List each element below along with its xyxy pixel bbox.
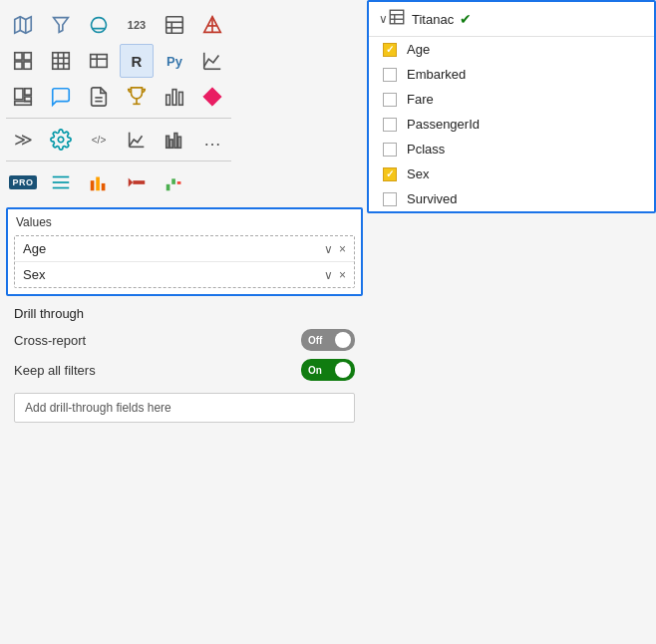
pro-label: PRO (9, 175, 36, 189)
svg-rect-11 (53, 53, 70, 70)
field-checkbox-embarked[interactable] (383, 68, 397, 82)
add-drill-through-fields-button[interactable]: Add drill-through fields here (14, 393, 355, 423)
svg-rect-37 (169, 140, 172, 148)
svg-rect-7 (15, 53, 22, 60)
chat-icon[interactable] (44, 80, 78, 114)
field-item-embarked[interactable]: Embarked (369, 62, 654, 87)
code-icon[interactable]: </> (82, 123, 116, 157)
field-label-sex: Sex (407, 166, 429, 181)
keep-filters-row: Keep all filters On (14, 359, 355, 381)
funnel-icon[interactable] (44, 8, 78, 42)
svg-marker-32 (203, 88, 221, 106)
main-container: 123 R Py (0, 0, 656, 644)
map-icon[interactable] (6, 8, 40, 42)
trophy-icon[interactable] (120, 80, 154, 114)
diamond-icon[interactable] (195, 80, 229, 114)
waterfall-icon[interactable] (158, 165, 191, 199)
field-item-pclass[interactable]: Pclass (369, 137, 654, 161)
lines-chart-icon[interactable] (44, 165, 78, 199)
expand-icon[interactable]: ∨ (379, 12, 388, 26)
age-chevron-icon[interactable]: ∨ (324, 242, 333, 256)
sex-value-label: Sex (23, 267, 45, 282)
field-checkbox-pclass[interactable] (383, 143, 397, 157)
svg-rect-50 (177, 181, 181, 184)
field-checkbox-survived[interactable] (383, 192, 397, 206)
field-item-sex[interactable]: Sex (369, 161, 654, 186)
grouped-bar-icon[interactable] (158, 123, 191, 157)
svg-rect-49 (171, 178, 175, 184)
field-checkbox-age[interactable] (383, 43, 397, 57)
field-checkbox-fare[interactable] (383, 93, 397, 107)
field-item-age[interactable]: Age (369, 37, 654, 62)
more-icon[interactable]: … (195, 123, 229, 157)
table-icon (388, 8, 406, 30)
field-checkbox-passengerid[interactable] (383, 118, 397, 132)
cross-report-toggle-text: Off (308, 335, 322, 346)
cross-report-label: Cross-report (14, 333, 86, 348)
field-label-survived: Survived (407, 191, 458, 206)
field-item-passengerid[interactable]: PassengerId (369, 112, 654, 137)
field-picker-title: Titanac ✔ (388, 8, 472, 30)
age-close-icon[interactable]: × (339, 242, 346, 256)
cross-report-row: Cross-report Off (14, 329, 355, 351)
svg-rect-44 (96, 177, 100, 191)
svg-rect-39 (178, 137, 181, 148)
svg-rect-45 (102, 183, 106, 190)
sex-value-row[interactable]: Sex ∨ × (15, 262, 354, 287)
check-circle-icon: ✔ (460, 11, 472, 27)
svg-rect-9 (15, 62, 22, 69)
number-123-icon[interactable]: 123 (120, 8, 154, 42)
treemap-icon[interactable] (6, 80, 40, 114)
gear-icon[interactable] (44, 123, 78, 157)
line-chart-icon[interactable] (120, 123, 154, 157)
cross-report-toggle-circle (335, 332, 351, 348)
kpi-icon[interactable] (195, 44, 229, 78)
grid-icon[interactable] (44, 44, 78, 78)
field-item-fare[interactable]: Fare (369, 87, 654, 112)
field-label-embarked: Embarked (407, 67, 466, 82)
svg-rect-30 (172, 90, 176, 106)
keep-filters-toggle[interactable]: On (301, 359, 355, 381)
values-list: Age ∨ × Sex ∨ × (14, 235, 355, 288)
python-icon[interactable]: Py (158, 44, 191, 78)
age-value-label: Age (23, 241, 46, 256)
svg-rect-51 (390, 10, 404, 24)
svg-rect-31 (179, 92, 183, 105)
sex-close-icon[interactable]: × (339, 268, 346, 282)
sex-value-controls: ∨ × (324, 268, 346, 282)
table2-icon[interactable] (82, 44, 116, 78)
field-picker-header: ∨ Titanac ✔ (369, 2, 654, 37)
arrow-bar-icon[interactable] (120, 165, 154, 199)
svg-rect-10 (24, 62, 31, 69)
bar-multi-icon[interactable] (82, 165, 116, 199)
fields-list: Age Embarked Fare PassengerId Pclass (369, 37, 654, 211)
pro-badge[interactable]: PRO (6, 165, 40, 199)
keep-filters-toggle-text: On (308, 365, 322, 376)
field-label-age: Age (407, 42, 430, 57)
drill-title: Drill through (14, 306, 355, 321)
field-label-pclass: Pclass (407, 142, 445, 157)
chevron-right-icon[interactable]: ≫ (6, 123, 40, 157)
field-picker-panel: ∨ Titanac ✔ Age Embarked (367, 0, 656, 213)
table-flat-icon[interactable] (158, 8, 191, 42)
field-checkbox-sex[interactable] (383, 167, 397, 181)
arc-icon[interactable] (82, 8, 116, 42)
drill-section: Drill through Cross-report Off Keep all … (6, 296, 363, 433)
svg-marker-46 (129, 177, 134, 186)
age-value-row[interactable]: Age ∨ × (15, 236, 354, 262)
left-panel: 123 R Py (0, 0, 369, 644)
r-script-icon[interactable]: R (120, 44, 154, 78)
matrix-icon[interactable] (6, 44, 40, 78)
svg-rect-24 (25, 97, 31, 102)
values-panel: Values Age ∨ × Sex ∨ × (6, 207, 363, 296)
bar-chart-icon[interactable] (158, 80, 191, 114)
svg-rect-48 (166, 184, 170, 190)
svg-rect-38 (174, 134, 177, 149)
field-item-survived[interactable]: Survived (369, 186, 654, 211)
triangle-chart-icon[interactable] (195, 8, 229, 42)
doc-icon[interactable] (82, 80, 116, 114)
sex-chevron-icon[interactable]: ∨ (324, 268, 333, 282)
svg-point-33 (58, 137, 64, 143)
svg-rect-47 (133, 180, 145, 184)
cross-report-toggle[interactable]: Off (301, 329, 355, 351)
